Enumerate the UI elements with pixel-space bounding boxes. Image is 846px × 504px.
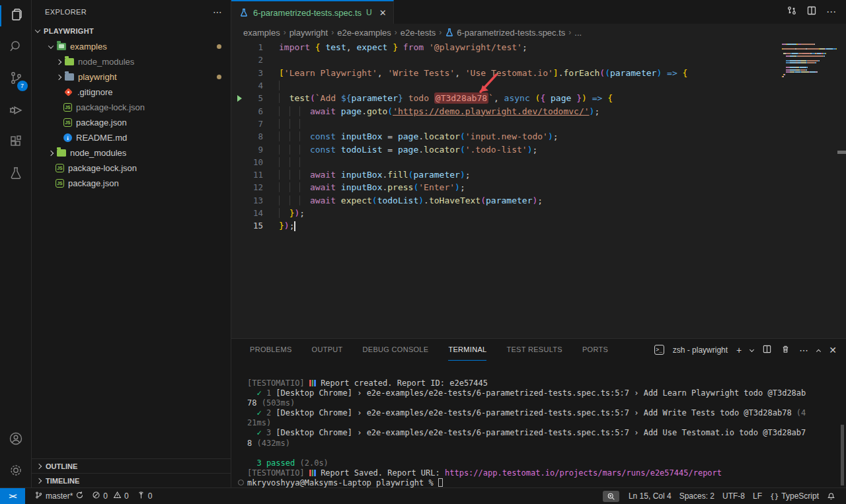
tree-item-playwright[interactable]: playwright — [32, 69, 231, 85]
breadcrumb-item[interactable]: e2e-tests — [401, 28, 436, 38]
code-line-2[interactable]: 2 — [231, 54, 846, 66]
tree-item-node-modules[interactable]: node_modules — [32, 145, 231, 161]
flask-icon — [239, 8, 249, 17]
code-line-9[interactable]: 9const todoList = page.locator('.todo-li… — [231, 143, 846, 155]
breadcrumb-item[interactable]: examples — [243, 28, 280, 38]
folder-icon — [65, 58, 74, 65]
eol-status[interactable]: LF — [749, 491, 766, 501]
section-playwright[interactable]: PLAYWRIGHT — [32, 23, 231, 39]
more-actions-icon[interactable]: ⋯ — [826, 6, 837, 18]
code-editor[interactable]: 1import { test, expect } from '@playwrig… — [231, 41, 846, 338]
tree-item-package-json[interactable]: JSpackage.json — [32, 115, 231, 130]
notifications-bell-icon[interactable] — [823, 492, 839, 501]
code-line-3[interactable]: 3['Learn Playwright', 'Write Tests', 'Us… — [231, 67, 846, 79]
text-cursor — [294, 221, 295, 231]
section-outline[interactable]: OUTLINE — [32, 458, 231, 473]
kill-terminal-icon[interactable] — [781, 344, 790, 356]
activity-source-control-button[interactable]: 7 — [0, 63, 32, 95]
tree-item-node-modules[interactable]: node_modules — [32, 54, 231, 69]
maximize-panel-icon[interactable] — [816, 349, 821, 354]
branch-status[interactable]: master* — [30, 488, 88, 504]
error-icon — [92, 491, 100, 501]
breadcrumb-separator: › — [395, 28, 397, 37]
code-line-12[interactable]: 12await inputBox.press('Enter'); — [231, 181, 846, 194]
chevron-right-icon — [56, 59, 61, 64]
accounts-button[interactable] — [0, 424, 32, 456]
code-line-14[interactable]: 14}); — [231, 207, 846, 219]
tab-terminal[interactable]: TERMINAL — [448, 339, 486, 361]
chevron-right-icon — [36, 463, 42, 468]
tree-item-label: README.md — [76, 133, 127, 143]
activity-run-debug-button[interactable] — [0, 95, 32, 127]
tab-debug-console[interactable]: DEBUG CONSOLE — [363, 339, 429, 361]
terminal-output[interactable]: [TESTOMATIO] Report created. Report ID: … — [247, 378, 839, 488]
tree-item-package-json[interactable]: JSpackage.json — [32, 176, 231, 191]
code-line-10[interactable]: 10 — [231, 156, 846, 168]
breadcrumb-item[interactable]: ... — [574, 28, 582, 38]
breadcrumb-separator: › — [284, 28, 286, 37]
code-line-8[interactable]: 8const inputBox = page.locator('input.ne… — [231, 130, 846, 143]
screencast-zoom-icon[interactable] — [603, 491, 619, 502]
breadcrumb: examples›playwright›e2e-examples›e2e-tes… — [231, 24, 846, 41]
panel-more-icon[interactable]: ⋯ — [799, 345, 808, 355]
breadcrumb-item[interactable]: playwright — [289, 28, 328, 38]
tab-problems[interactable]: PROBLEMS — [250, 339, 292, 361]
tab-ports[interactable]: PORTS — [582, 339, 608, 361]
remote-indicator[interactable]: >< — [0, 488, 25, 504]
tree-item-label: package-lock.json — [68, 163, 137, 173]
breadcrumb-item[interactable]: e2e-examples — [337, 28, 391, 38]
activity-bar: 7 — [0, 0, 32, 487]
cursor-position-status[interactable]: Ln 15, Col 4 — [625, 491, 675, 501]
split-terminal-icon[interactable] — [762, 344, 772, 356]
code-line-4[interactable]: 4 — [231, 79, 846, 92]
encoding-status[interactable]: UTF-8 — [718, 491, 749, 501]
code-line-1[interactable]: 1import { test, expect } from '@playwrig… — [231, 41, 846, 54]
breadcrumb-separator: › — [331, 28, 334, 37]
tree-item-label: package.json — [68, 178, 119, 188]
language-status[interactable]: {} TypeScript — [766, 491, 823, 501]
tree-item-examples[interactable]: examples — [32, 39, 231, 54]
terminal-line — [247, 449, 839, 458]
tab-6-parametrized-tests[interactable]: 6-parametrized-tests.spec.ts U ✕ — [231, 0, 394, 24]
activity-extensions-button[interactable] — [0, 127, 32, 159]
code-line-11[interactable]: 11await inputBox.fill(parameter); — [231, 168, 846, 181]
terminal-session-label[interactable]: zsh - playwright — [673, 345, 728, 355]
tree-item-package-lock-json[interactable]: JSpackage-lock.json — [32, 161, 231, 176]
breadcrumb-item[interactable]: 6-parametrized-tests.spec.ts — [445, 28, 565, 38]
ports-status[interactable]: 0 — [133, 488, 157, 504]
close-panel-icon[interactable]: ✕ — [829, 345, 837, 355]
nodejs-icon: JS — [63, 118, 72, 127]
terminal-dropdown-icon[interactable] — [750, 347, 754, 352]
chevron-down-icon — [35, 27, 40, 32]
activity-testing-button[interactable] — [0, 159, 32, 190]
code-line-13[interactable]: 13await expect(todoList).toHaveText(para… — [231, 194, 846, 207]
terminal-line: ✓ 3 [Desktop Chrome] › e2e-examples/e2e-… — [247, 428, 839, 438]
terminal-scrollbar[interactable] — [841, 425, 844, 486]
activity-explorer-button[interactable] — [0, 0, 32, 32]
indentation-status[interactable]: Spaces: 2 — [675, 491, 718, 501]
minimap[interactable] — [782, 44, 841, 79]
code-line-5[interactable]: 5test(`Add ${parameter} todo @T3d28ab78`… — [231, 92, 846, 104]
code-line-7[interactable]: 7 — [231, 118, 846, 130]
tree-item-label: .gitignore — [77, 87, 112, 97]
code-line-6[interactable]: 6await page.goto('https://demo.playwrigh… — [231, 104, 846, 117]
code-line-15[interactable]: 15}); — [231, 219, 846, 232]
activity-search-button[interactable] — [0, 32, 32, 63]
problems-status[interactable]: 0 0 — [88, 488, 132, 504]
nodejs-icon: JS — [63, 103, 72, 112]
run-test-icon[interactable] — [237, 95, 242, 102]
tree-item-package-lock-json[interactable]: JSpackage-lock.json — [32, 100, 231, 115]
tree-item-readme-md[interactable]: iREADME.md — [32, 130, 231, 145]
tab-output[interactable]: OUTPUT — [312, 339, 343, 361]
tab-test-results[interactable]: TEST RESULTS — [506, 339, 562, 361]
open-changes-icon[interactable] — [787, 5, 797, 18]
bar-chart-icon — [309, 380, 316, 386]
split-editor-icon[interactable] — [806, 5, 817, 18]
tree-item--gitignore[interactable]: .gitignore — [32, 85, 231, 100]
settings-button[interactable] — [0, 456, 32, 487]
close-icon[interactable]: ✕ — [379, 8, 387, 18]
code-lines: 1import { test, expect } from '@playwrig… — [231, 41, 846, 232]
section-timeline[interactable]: TIMELINE — [32, 473, 231, 487]
new-terminal-icon[interactable]: + — [736, 345, 742, 355]
explorer-more-actions-icon[interactable]: ⋯ — [213, 7, 223, 17]
